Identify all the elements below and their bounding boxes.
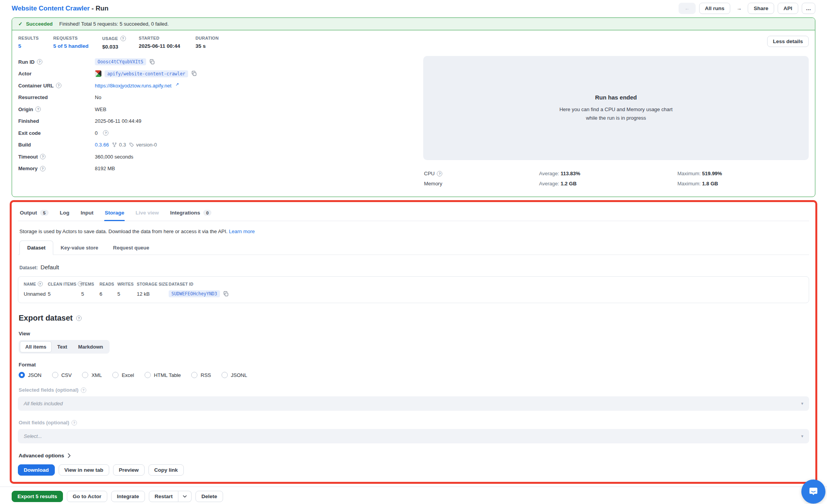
selected-fields-select[interactable]: All fields included ▾	[18, 396, 809, 411]
export-actions: Download View in new tab Preview Copy li…	[18, 464, 809, 476]
dataset-name: Default	[40, 264, 59, 270]
format-radio-group: JSON CSV XML Excel HTML Table RSS JSONL	[18, 372, 809, 378]
help-icon[interactable]: ?	[38, 281, 43, 286]
copy-icon[interactable]	[191, 71, 197, 77]
caret-down-icon: ▾	[801, 401, 803, 406]
dataset-id-cell: SUDWEFEOHcheyYND3	[169, 290, 803, 297]
tab-log[interactable]: Log	[59, 207, 70, 221]
stat-requests-value[interactable]: 5 of 5 handled	[53, 43, 91, 49]
help-icon[interactable]: ?	[40, 154, 45, 159]
arrow-right-icon: →	[736, 5, 742, 11]
dataset-id-value: SUDWEFEOHcheyYND3	[169, 290, 220, 297]
storage-size-cell: 12 kB	[137, 290, 169, 297]
copy-icon[interactable]	[223, 291, 229, 297]
api-button[interactable]: API	[778, 3, 798, 14]
memory-maximum-value: 1.8 GB	[702, 181, 718, 187]
format-label: Format	[18, 362, 809, 368]
help-icon[interactable]: ?	[72, 420, 77, 426]
help-icon[interactable]: ?	[103, 130, 108, 136]
tab-integrations[interactable]: Integrations0	[170, 207, 212, 221]
build-branch: 0.3	[112, 142, 126, 148]
format-radio-json[interactable]: JSON	[19, 372, 42, 378]
detail-row-build: Build 0.3.66 0.3 version-0	[18, 139, 423, 151]
view-option-text[interactable]: Text	[52, 341, 73, 352]
format-radio-rss[interactable]: RSS	[191, 372, 211, 378]
help-icon[interactable]: ?	[76, 316, 82, 321]
preview-button[interactable]: Preview	[113, 464, 145, 476]
more-actions-button[interactable]: …	[802, 3, 816, 14]
all-runs-button[interactable]: All runs	[699, 3, 730, 14]
tab-input[interactable]: Input	[80, 207, 94, 221]
copy-link-button[interactable]: Copy link	[148, 464, 184, 476]
omit-fields-select[interactable]: Select... ▾	[18, 429, 809, 443]
tab-storage[interactable]: Storage	[104, 207, 124, 221]
subtab-request-queue[interactable]: Request queue	[106, 241, 157, 255]
dataset-heading: Dataset: Default	[19, 264, 808, 270]
advanced-options-toggle[interactable]: Advanced options	[18, 453, 809, 459]
subtab-key-value-store[interactable]: Key-value store	[53, 241, 106, 255]
copy-icon[interactable]	[149, 59, 155, 65]
detail-label: Actor	[18, 71, 31, 77]
help-icon[interactable]: ?	[40, 166, 45, 171]
actor-name-value[interactable]: apify/website-content-crawler	[105, 70, 188, 77]
col-storage-size: STORAGE SIZE	[137, 282, 168, 286]
view-option-all-items[interactable]: All items	[20, 341, 52, 352]
help-icon[interactable]: ?	[120, 36, 126, 41]
help-icon[interactable]: ?	[56, 83, 61, 88]
help-icon[interactable]: ?	[81, 387, 86, 393]
cpu-maximum-label: Maximum:	[677, 171, 701, 176]
format-radio-xml[interactable]: XML	[82, 372, 102, 378]
less-details-button[interactable]: Less details	[767, 36, 809, 47]
stat-label: RESULTS	[18, 36, 42, 40]
format-radio-html-table[interactable]: HTML Table	[145, 372, 181, 378]
usage-panel-title: Run has ended	[595, 94, 637, 101]
actor-title-link[interactable]: Website Content Crawler	[12, 5, 90, 12]
detail-label: Container URL	[18, 83, 54, 89]
format-radio-jsonl[interactable]: JSONL	[222, 372, 247, 378]
run-details-list: Run ID? Ooosc4tCYqubVXItS Actor apify/we…	[18, 56, 423, 187]
view-segmented-control: All items Text Markdown	[19, 340, 110, 354]
actor-icon	[95, 70, 101, 77]
stat-results-value[interactable]: 5	[18, 43, 42, 49]
radio-icon	[222, 372, 228, 378]
subtab-dataset[interactable]: Dataset	[19, 241, 53, 255]
tab-output[interactable]: Output5	[19, 207, 49, 221]
radio-icon	[145, 372, 151, 378]
build-version-link[interactable]: 0.3.66	[95, 142, 109, 148]
stat-label: DURATION	[195, 36, 219, 40]
view-label: View	[18, 331, 809, 337]
chat-widget-button[interactable]	[801, 480, 825, 504]
help-icon[interactable]: ?	[35, 106, 41, 112]
page-title: Website Content Crawler - Run	[12, 5, 108, 12]
help-icon[interactable]: ?	[37, 59, 42, 65]
format-radio-csv[interactable]: CSV	[52, 372, 72, 378]
next-run-button[interactable]: →	[734, 3, 745, 14]
view-option-markdown[interactable]: Markdown	[73, 341, 108, 352]
integrations-count-badge: 0	[203, 210, 211, 216]
learn-more-link[interactable]: Learn more	[229, 228, 255, 234]
radio-icon	[52, 372, 58, 378]
prev-run-button[interactable]: ←	[679, 3, 696, 14]
detail-row-container-url: Container URL? https://8koxjyodztow.runs…	[18, 80, 423, 92]
export-results-button[interactable]: Export 5 results	[12, 491, 63, 502]
finished-value: 2025-06-11 00:44:49	[95, 118, 141, 124]
writes-cell: 5	[117, 290, 137, 297]
integrate-button[interactable]: Integrate	[111, 491, 145, 502]
container-url-link[interactable]: https://8koxjyodztow.runs.apify.net	[95, 83, 171, 89]
restart-more-button[interactable]	[178, 491, 192, 502]
format-radio-excel[interactable]: Excel	[112, 372, 134, 378]
usage-section: Run has ended Here you can find a CPU an…	[423, 56, 809, 187]
restart-button[interactable]: Restart	[149, 491, 179, 502]
radio-icon	[82, 372, 88, 378]
radio-icon	[112, 372, 119, 378]
dataset-name-cell: Unnamed	[24, 290, 48, 297]
usage-panel-line1: Here you can find a CPU and Memory usage…	[559, 105, 672, 113]
reads-cell: 6	[99, 290, 117, 297]
stat-started-value: 2025-06-11 00:44	[139, 43, 185, 49]
view-in-new-tab-button[interactable]: View in new tab	[59, 464, 109, 476]
go-to-actor-button[interactable]: Go to Actor	[67, 491, 107, 502]
share-button[interactable]: Share	[748, 3, 774, 14]
delete-button[interactable]: Delete	[195, 491, 223, 502]
download-button[interactable]: Download	[18, 464, 55, 476]
help-icon[interactable]: ?	[437, 171, 442, 176]
